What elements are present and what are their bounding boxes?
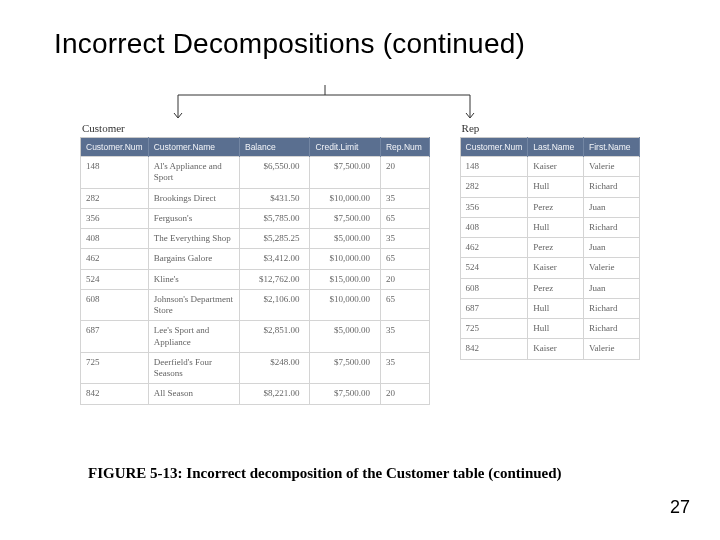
table-row: 725Deerfield's Four Seasons$248.00$7,500… [81, 352, 430, 384]
page-number: 27 [670, 497, 690, 518]
table-row: 462PerezJuan [460, 238, 639, 258]
col-last-name: Last.Name [528, 138, 584, 157]
rep-block: Rep Customer.Num Last.Name First.Name 14… [460, 122, 640, 360]
table-row: 524Kline's$12,762.00$15,000.0020 [81, 269, 430, 289]
col-customer-name: Customer.Name [148, 138, 239, 157]
decomposition-diagram: Customer Customer.Num Customer.Name Bala… [80, 85, 640, 405]
col-balance: Balance [239, 138, 310, 157]
rep-body: 148KaiserValerie 282HullRichard 356Perez… [460, 157, 639, 360]
table-row: 148Al's Appliance and Sport$6,550.00$7,5… [81, 157, 430, 189]
col-credit-limit: Credit.Limit [310, 138, 381, 157]
table-row: 148KaiserValerie [460, 157, 639, 177]
rep-header-row: Customer.Num Last.Name First.Name [460, 138, 639, 157]
table-row: 408The Everything Shop$5,285.25$5,000.00… [81, 229, 430, 249]
connector-lines [80, 85, 640, 120]
col-first-name: First.Name [584, 138, 640, 157]
table-row: 462Bargains Galore$3,412.00$10,000.0065 [81, 249, 430, 269]
col-rep-num: Rep.Num [380, 138, 429, 157]
customer-header-row: Customer.Num Customer.Name Balance Credi… [81, 138, 430, 157]
customer-table: Customer.Num Customer.Name Balance Credi… [80, 137, 430, 405]
customer-label: Customer [82, 122, 430, 134]
table-row: 524KaiserValerie [460, 258, 639, 278]
slide: Incorrect Decompositions (continued) Cus… [0, 0, 720, 540]
table-row: 608PerezJuan [460, 278, 639, 298]
rep-label: Rep [462, 122, 640, 134]
table-row: 842KaiserValerie [460, 339, 639, 359]
slide-title: Incorrect Decompositions (continued) [54, 28, 525, 60]
table-row: 282Brookings Direct$431.50$10,000.0035 [81, 188, 430, 208]
table-row: 608Johnson's Department Store$2,106.00$1… [81, 289, 430, 321]
customer-body: 148Al's Appliance and Sport$6,550.00$7,5… [81, 157, 430, 405]
table-row: 282HullRichard [460, 177, 639, 197]
table-row: 356Ferguson's$5,785.00$7,500.0065 [81, 208, 430, 228]
table-row: 408HullRichard [460, 217, 639, 237]
col-customer-num: Customer.Num [81, 138, 149, 157]
table-row: 687HullRichard [460, 298, 639, 318]
figure-caption: FIGURE 5-13: Incorrect decomposition of … [88, 465, 562, 482]
table-row: 356PerezJuan [460, 197, 639, 217]
table-row: 687Lee's Sport and Appliance$2,851.00$5,… [81, 321, 430, 353]
table-row: 842All Season$8,221.00$7,500.0020 [81, 384, 430, 404]
rep-table: Customer.Num Last.Name First.Name 148Kai… [460, 137, 640, 360]
table-row: 725HullRichard [460, 319, 639, 339]
col-rep-customer-num: Customer.Num [460, 138, 528, 157]
customer-block: Customer Customer.Num Customer.Name Bala… [80, 122, 430, 405]
